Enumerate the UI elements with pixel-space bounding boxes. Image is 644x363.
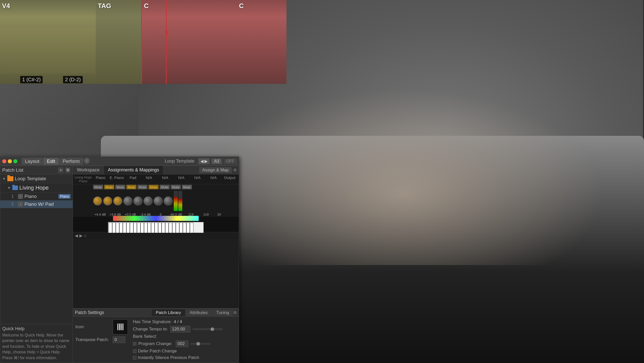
root-loop-template[interactable]: ▼ Loop Template	[0, 174, 73, 183]
mute-epiano[interactable]: Mute	[104, 185, 114, 189]
defer-patch-checkbox[interactable]	[133, 349, 136, 353]
piano-key-black	[122, 323, 123, 328]
add-patch-button[interactable]: +	[58, 167, 64, 173]
knob-na5[interactable]	[164, 196, 173, 205]
piano-pad-icon: ♪	[18, 202, 23, 207]
tab-patch-library[interactable]: Patch Library	[152, 309, 185, 316]
tab-edit[interactable]: Edit	[43, 158, 59, 165]
tab-workspace[interactable]: Workspace	[73, 166, 104, 174]
tab-layout[interactable]: Layout	[21, 158, 43, 165]
expand-arrow-lh: ▼	[7, 186, 11, 190]
icon-label: Icon:	[75, 324, 111, 329]
defer-patch-row: Defer Patch Change	[133, 349, 223, 354]
knob-epiano[interactable]	[103, 196, 112, 205]
ch-pad-label: Pad	[125, 175, 140, 183]
mute-na5[interactable]: Mute	[171, 185, 181, 189]
knob-na1[interactable]	[123, 196, 132, 205]
next-page[interactable]: ▶	[79, 233, 82, 238]
tempo-slider-handle[interactable]	[211, 327, 214, 331]
piano-badge: Piano	[58, 194, 71, 199]
tab-tuning[interactable]: Tuning	[212, 309, 233, 316]
patch-icon	[113, 319, 128, 334]
white-key	[123, 223, 126, 233]
white-key	[140, 223, 144, 233]
close-button[interactable]	[2, 159, 6, 163]
transport-controls[interactable]: ◀ ▶	[198, 158, 210, 164]
tab-perform[interactable]: Perform	[59, 158, 83, 165]
program-change-input[interactable]	[176, 341, 188, 347]
patch-settings-gear[interactable]: ⚙	[233, 310, 237, 315]
transpose-input[interactable]	[113, 336, 125, 343]
white-key	[186, 223, 190, 233]
tab-assignments[interactable]: Assignments & Mappings	[104, 166, 163, 174]
transpose-row: Transpose Patch:	[75, 336, 128, 343]
patch-settings-button[interactable]: ⚙	[65, 167, 71, 173]
vu-right	[178, 191, 182, 211]
info-button[interactable]: i	[84, 158, 90, 164]
tab-attributes[interactable]: Attributes	[186, 309, 212, 316]
prev-page[interactable]: ◀	[75, 233, 78, 238]
tempo-slider-track	[192, 328, 223, 330]
loop-template-title: Loop Template	[165, 159, 194, 164]
mute-na2[interactable]: Mute	[137, 185, 148, 189]
assign-map-button[interactable]: Assign & Map	[199, 167, 232, 173]
white-key	[183, 223, 186, 233]
patch-settings-panel: Patch Settings Patch Library Attributes …	[73, 308, 239, 363]
section-c1[interactable]: C	[141, 0, 237, 84]
mute-output[interactable]: Mute	[182, 185, 192, 189]
mute-na1[interactable]: Mute	[126, 185, 136, 189]
tempo-label: Change Tempo to:	[133, 327, 168, 332]
mute-na4[interactable]: Mute	[160, 185, 170, 189]
white-key	[162, 223, 165, 233]
white-key	[190, 223, 193, 233]
bank-select-row: Bank Select:	[133, 334, 223, 339]
maximize-button[interactable]	[13, 159, 17, 163]
gear-icon[interactable]: ⚙	[233, 168, 237, 172]
minimize-button[interactable]	[8, 159, 12, 163]
ch-lh-label: Living HopePiano	[74, 175, 92, 183]
program-slider-handle[interactable]	[196, 342, 200, 346]
piano-key-black	[118, 323, 119, 328]
mute-row: Mute Mute Mute Mute Mute Mute Mute Mute …	[73, 184, 239, 190]
ch-na3-label: N/A	[174, 175, 189, 183]
patch-list-title: Patch List	[2, 167, 56, 173]
program-slider-track	[190, 343, 211, 345]
transport-area: ◀ ▶ A3 OFF	[198, 158, 237, 164]
time-sig-row: Has Time Signature: 4 / 4	[133, 319, 223, 324]
living-hope-item[interactable]: ▼ Living Hope	[0, 183, 73, 193]
loop-toggle[interactable]: OFF	[224, 159, 237, 164]
patch-settings-title: Patch Settings	[75, 310, 149, 315]
ch-output-label: Output	[222, 175, 237, 183]
knob-piano[interactable]	[93, 196, 102, 205]
val-output: 20	[214, 213, 224, 216]
patch-list-header: Patch List + ⚙	[0, 166, 73, 174]
section-c2[interactable]: C	[237, 0, 286, 84]
vu-left	[174, 191, 178, 211]
knob-na4[interactable]	[154, 196, 163, 205]
mute-pad[interactable]: Mute	[115, 185, 125, 189]
white-key	[172, 223, 176, 233]
knob-na2[interactable]	[133, 196, 142, 205]
white-key	[179, 223, 183, 233]
expand-arrow: ▼	[2, 177, 6, 181]
program-change-checkbox[interactable]	[133, 342, 136, 346]
section-v4[interactable]: V4	[0, 0, 96, 84]
knob-na3[interactable]	[143, 196, 153, 205]
output-meter	[174, 191, 182, 211]
ps-right-col: Has Time Signature: 4 / 4 Change Tempo t…	[133, 319, 223, 360]
workspace-controls: Assign & Map ⚙	[197, 167, 239, 173]
mute-na3[interactable]: Mute	[149, 185, 159, 189]
knob-pad[interactable]	[113, 196, 122, 205]
white-key	[169, 223, 172, 233]
hands-overlay	[202, 88, 605, 265]
ps-left-col: Icon:	[75, 319, 128, 360]
home-btn[interactable]: ⌂	[84, 233, 86, 238]
section-tag[interactable]: TAG	[96, 0, 141, 84]
tempo-input[interactable]	[170, 326, 190, 332]
silence-prev-checkbox[interactable]	[133, 356, 136, 359]
mute-piano[interactable]: Mute	[93, 185, 103, 189]
velocity-container	[108, 216, 204, 233]
piano-patch-item[interactable]: 1 ♪ Piano Piano	[0, 193, 73, 200]
piano-pad-patch-item[interactable]: 2 ♪ Piano W/ Pad	[0, 200, 73, 208]
section-c1-label: C	[144, 2, 149, 10]
